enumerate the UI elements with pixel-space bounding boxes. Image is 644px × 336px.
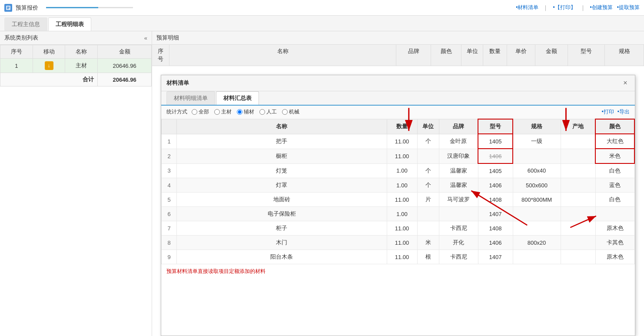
row-spec xyxy=(513,250,561,264)
row-name: 灯罩 xyxy=(177,178,387,193)
filter-machine-radio[interactable] xyxy=(282,109,288,115)
row-model: 1406 xyxy=(478,178,513,193)
material-table-row[interactable]: 6 电子保险柜 1.00 1407 xyxy=(162,207,635,221)
row-name: 橱柜 xyxy=(177,149,387,163)
material-table-row[interactable]: 2 橱柜 11.00 汉唐印象 1406 米色 xyxy=(162,149,635,163)
filter-labor-radio[interactable] xyxy=(259,109,265,115)
tab-material-summary[interactable]: 材料汇总表 xyxy=(216,91,259,105)
tab-material-detail[interactable]: 材料明细清单 xyxy=(166,91,215,105)
sidebar-table-header-row: 序号 移动 名称 金额 xyxy=(0,45,152,59)
create-budget-link[interactable]: •创建预算 xyxy=(590,4,613,11)
filter-machine[interactable]: 机械 xyxy=(282,108,299,116)
row-model: 1405 xyxy=(478,163,513,178)
row-qty: 1.00 xyxy=(387,178,417,193)
extract-budget-link[interactable]: •提取预算 xyxy=(617,4,640,11)
material-table-row[interactable]: 7 柜子 11.00 卡西尼 1408 原木色 xyxy=(162,221,635,236)
sidebar-col-num: 序号 xyxy=(0,45,33,59)
modal-title: 材料清单 xyxy=(166,79,189,87)
filter-all[interactable]: 全部 xyxy=(192,108,209,116)
filter-print-link[interactable]: •打印 xyxy=(602,108,614,116)
col-price: 单价 xyxy=(507,45,535,66)
filter-export-link[interactable]: •导出 xyxy=(617,108,630,116)
print-link[interactable]: •【打印】 xyxy=(553,4,575,11)
row-brand: 开化 xyxy=(439,236,478,250)
col-color: 颜色 xyxy=(431,45,461,66)
filter-actions: •打印 •导出 xyxy=(602,108,630,116)
th-color: 颜色 xyxy=(595,119,634,134)
row-model: 1406 xyxy=(478,236,513,250)
col-num: 序号 xyxy=(152,45,169,66)
material-table-wrapper[interactable]: 名称 数量 单位 品牌 型号 规格 产地 颜色 xyxy=(161,119,635,336)
material-table-row[interactable]: 5 地面砖 11.00 片 马可波罗 1408 800*800MM 白色 xyxy=(162,193,635,207)
title-bar-left: 预算报价 xyxy=(4,4,133,12)
row-model: 1405 xyxy=(478,134,513,149)
filter-options: 全部 主材 辅材 xyxy=(192,108,299,116)
col-unit: 单位 xyxy=(461,45,483,66)
row-num: 8 xyxy=(162,236,177,250)
sidebar-collapse-button[interactable]: « xyxy=(144,35,147,41)
row-origin xyxy=(561,236,595,250)
row-origin xyxy=(561,250,595,264)
right-panel-header: 预算明细 xyxy=(152,31,644,45)
row-origin xyxy=(561,134,595,149)
modal-tabs: 材料明细清单 材料汇总表 xyxy=(161,91,635,106)
sidebar: 系统类别列表 « 序号 移动 名称 金额 1 ↓ xyxy=(0,31,152,336)
tab-project-info[interactable]: 工程主信息 xyxy=(4,17,47,31)
row-origin xyxy=(561,149,595,163)
col-amount: 金额 xyxy=(535,45,568,66)
row-spec: 600x40 xyxy=(513,163,561,178)
col-model: 型号 xyxy=(568,45,605,66)
row-name: 阳台木条 xyxy=(177,250,387,264)
row-brand: 卡西尼 xyxy=(439,250,478,264)
th-spec: 规格 xyxy=(513,119,561,134)
th-name: 名称 xyxy=(177,119,387,134)
material-table-header-row: 名称 数量 单位 品牌 型号 规格 产地 颜色 xyxy=(162,119,635,134)
row-color: 原木色 xyxy=(595,250,634,264)
row-spec: 500x600 xyxy=(513,178,561,193)
row-qty: 11.00 xyxy=(387,250,417,264)
row-name: 柜子 xyxy=(177,221,387,236)
filter-main-radio[interactable] xyxy=(214,109,220,115)
material-table-row[interactable]: 4 灯罩 1.00 个 温馨家 1406 500x600 蓝色 xyxy=(162,178,635,193)
filter-aux[interactable]: 辅材 xyxy=(237,108,254,116)
filter-all-radio[interactable] xyxy=(192,109,197,115)
material-table-row[interactable]: 8 木门 11.00 米 开化 1406 800x20 卡其色 xyxy=(162,236,635,250)
tab-project-detail[interactable]: 工程明细表 xyxy=(48,17,91,31)
row-num: 1 xyxy=(162,134,177,149)
sidebar-row-1[interactable]: 1 ↓ 主材 20646.96 xyxy=(0,59,152,73)
row-model: 1408 xyxy=(478,193,513,207)
row-num: 3 xyxy=(162,163,177,178)
sidebar-row-move[interactable]: ↓ xyxy=(33,59,65,73)
row-color: 蓝色 xyxy=(595,178,634,193)
row-origin xyxy=(561,207,595,221)
material-list-link[interactable]: •材料清单 xyxy=(516,4,538,11)
sidebar-total-amount: 20646.96 xyxy=(98,73,152,86)
move-down-button[interactable]: ↓ xyxy=(45,61,53,70)
sidebar-row-num: 1 xyxy=(0,59,33,73)
modal-close-button[interactable]: × xyxy=(621,79,630,87)
sidebar-total-label: 合计 xyxy=(0,73,98,86)
row-spec xyxy=(513,221,561,236)
row-qty: 11.00 xyxy=(387,236,417,250)
sidebar-col-name: 名称 xyxy=(65,45,98,59)
sidebar-row-name: 主材 xyxy=(65,59,98,73)
filter-bar: 统计方式 全部 主材 xyxy=(161,106,635,119)
sidebar-header: 系统类别列表 « xyxy=(0,31,152,45)
row-origin xyxy=(561,221,595,236)
filter-aux-radio[interactable] xyxy=(237,109,242,115)
row-origin xyxy=(561,193,595,207)
main-content: 系统类别列表 « 序号 移动 名称 金额 1 ↓ xyxy=(0,31,644,336)
filter-labor[interactable]: 人工 xyxy=(259,108,277,116)
material-table-row[interactable]: 1 把手 11.00 个 金叶原 1405 一级 大红色 xyxy=(162,134,635,149)
filter-main[interactable]: 主材 xyxy=(214,108,232,116)
row-origin xyxy=(561,163,595,178)
th-qty: 数量 xyxy=(387,119,417,134)
row-name: 地面砖 xyxy=(177,193,387,207)
row-brand: 汉唐印象 xyxy=(439,149,478,163)
material-table-row[interactable]: 3 灯笼 1.00 个 温馨家 1405 600x40 白色 xyxy=(162,163,635,178)
row-qty: 11.00 xyxy=(387,193,417,207)
row-unit: 个 xyxy=(417,134,439,149)
sidebar-total-row: 合计 20646.96 xyxy=(0,73,152,86)
material-table-row[interactable]: 9 阳台木条 11.00 根 卡西尼 1407 原木色 xyxy=(162,250,635,264)
row-qty: 11.00 xyxy=(387,149,417,163)
